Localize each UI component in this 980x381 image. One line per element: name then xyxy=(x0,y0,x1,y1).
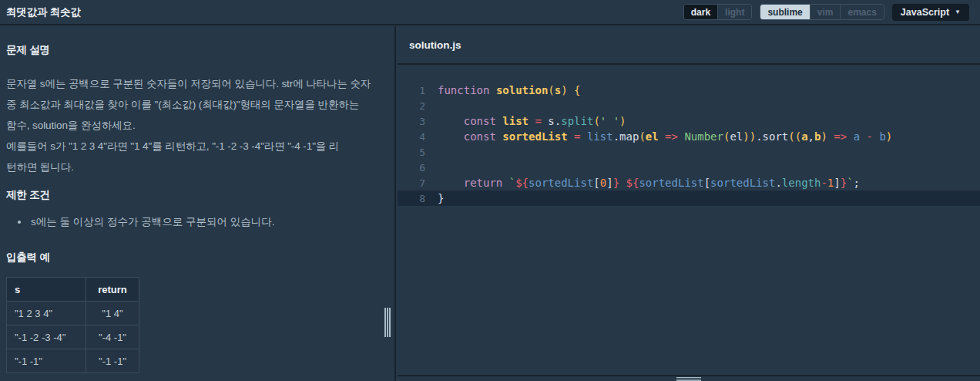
bottom-splitter-handle[interactable] xyxy=(398,375,980,381)
table-cell: "-1 -1" xyxy=(7,349,86,373)
code-token: ) xyxy=(561,84,567,96)
code-token: b xyxy=(879,130,885,143)
code-token xyxy=(568,130,574,143)
code-token: ' ' xyxy=(600,115,619,127)
code-token: , xyxy=(808,130,814,143)
code-token: sortedList xyxy=(710,177,775,189)
code-line-3: 3 const list = s.split(' ') xyxy=(398,113,980,129)
table-row: "-1 -1""-1 -1" xyxy=(7,349,139,373)
code-token: ) xyxy=(886,130,892,143)
code-line-4: 4 const sortedList = list.map(el => Numb… xyxy=(398,129,980,144)
section-title-constraints: 제한 조건 xyxy=(6,188,381,202)
keymap-option-sublime[interactable]: sublime xyxy=(760,5,810,19)
code-line-8: 8} xyxy=(398,190,980,206)
code-token: . xyxy=(555,115,561,127)
code-token xyxy=(860,130,866,143)
code-editor[interactable]: 1function solution(s) {23 const list = s… xyxy=(398,65,980,375)
code-token: return xyxy=(464,177,503,189)
code-token: 0 xyxy=(600,177,606,189)
code-token: solution xyxy=(496,84,548,96)
chevron-down-icon: ▼ xyxy=(955,8,961,15)
code-token: Number xyxy=(684,130,723,143)
line-number: 4 xyxy=(398,130,425,145)
io-examples-table: sreturn "1 2 3 4""1 4""-1 -2 -3 -4""-4 -… xyxy=(6,277,139,373)
theme-option-dark[interactable]: dark xyxy=(684,5,718,19)
code-token: ( xyxy=(548,84,554,96)
table-cell: "-4 -1" xyxy=(86,325,139,349)
code-token: [ xyxy=(593,177,599,189)
code-token: } xyxy=(841,177,847,189)
code-token: => xyxy=(665,130,678,143)
editor-filename: solution.js xyxy=(409,39,461,51)
code-token: . xyxy=(756,130,762,143)
code-token: (( xyxy=(788,130,801,143)
splitter-bar xyxy=(676,377,701,378)
code-token: ` xyxy=(847,177,853,189)
code-token: ] xyxy=(606,177,612,189)
code-token xyxy=(568,84,574,96)
code-token: const xyxy=(464,115,496,127)
code-token: sortedList xyxy=(639,177,703,189)
code-token: split xyxy=(561,115,593,127)
language-dropdown[interactable]: JavaScript ▼ xyxy=(892,4,969,21)
code-token: el xyxy=(730,130,743,143)
table-cell: "-1 -1" xyxy=(86,349,139,373)
problem-panel: 문제 설명 문자열 s에는 공백으로 구분된 숫자들이 저장되어 있습니다. s… xyxy=(0,26,396,381)
splitter-bar xyxy=(384,308,386,337)
line-number: 1 xyxy=(398,83,425,99)
code-token: = xyxy=(535,115,541,127)
code-token: const xyxy=(464,130,496,143)
keymap-option-emacs[interactable]: emacs xyxy=(841,5,883,19)
keymap-option-vim[interactable]: vim xyxy=(811,5,841,19)
splitter-bar xyxy=(389,308,391,337)
code-token xyxy=(489,84,495,96)
code-line-5: 5 xyxy=(398,144,980,160)
code-token xyxy=(438,177,464,189)
code-token: list xyxy=(587,130,613,143)
line-number: 2 xyxy=(398,99,425,114)
splitter-bar xyxy=(387,308,388,337)
code-token: sort xyxy=(763,130,789,143)
code-token: { xyxy=(574,84,580,96)
code-token: } xyxy=(613,177,619,189)
code-line-1: 1function solution(s) { xyxy=(398,83,980,98)
theme-option-light[interactable]: light xyxy=(718,5,751,19)
language-dropdown-label: JavaScript xyxy=(901,7,949,18)
code-token: - xyxy=(867,130,873,143)
code-token: s xyxy=(548,115,554,127)
code-token: a xyxy=(854,130,860,143)
code-token xyxy=(847,130,853,143)
topbar-controls: darklight sublimevimemacs JavaScript ▼ xyxy=(683,4,969,21)
code-token: ) xyxy=(619,115,626,127)
topbar: 최댓값과 최솟값 darklight sublimevimemacs JavaS… xyxy=(0,0,980,25)
code-token xyxy=(502,177,508,189)
line-number: 8 xyxy=(398,191,425,207)
table-cell: "1 4" xyxy=(86,302,139,325)
code-token: )) xyxy=(743,130,756,143)
code-token: s xyxy=(555,84,561,96)
splitter-bar xyxy=(676,379,701,379)
io-table-header-row: sreturn xyxy=(7,278,139,302)
line-number: 6 xyxy=(398,160,425,176)
code-token xyxy=(438,115,464,127)
panel-splitter-handle[interactable] xyxy=(384,308,393,337)
code-line-6: 6 xyxy=(398,160,980,175)
problem-content: 문제 설명 문자열 s에는 공백으로 구분된 숫자들이 저장되어 있습니다. s… xyxy=(0,26,394,373)
table-cell: "1 2 3 4" xyxy=(7,302,86,325)
code-token: sortedList xyxy=(502,130,567,143)
code-token: => xyxy=(834,130,847,143)
code-token: - xyxy=(821,177,827,189)
table-row: "-1 -2 -3 -4""-4 -1" xyxy=(7,325,139,349)
line-number: 5 xyxy=(398,145,425,160)
code-token: . xyxy=(613,130,619,143)
app-root: 최댓값과 최솟값 darklight sublimevimemacs JavaS… xyxy=(0,0,980,381)
io-table-header-return: return xyxy=(86,278,139,302)
code-line-2: 2 xyxy=(398,98,980,113)
code-token: a xyxy=(801,130,807,143)
code-token xyxy=(659,130,665,143)
splitter-bars xyxy=(676,377,701,381)
editor-panel: solution.js 1function solution(s) {23 co… xyxy=(398,26,980,381)
code-token: length xyxy=(782,177,821,189)
code-line-7: 7 return `${sortedList[0]} ${sortedList[… xyxy=(398,175,980,190)
io-table-header-s: s xyxy=(7,278,86,302)
